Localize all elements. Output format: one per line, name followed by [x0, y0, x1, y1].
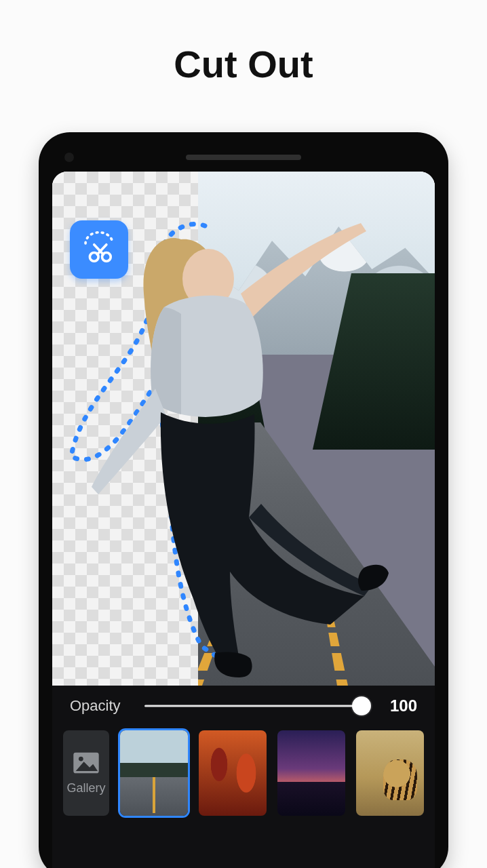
background-thumb-canyon[interactable]	[199, 730, 267, 816]
opacity-slider-thumb[interactable]	[352, 696, 371, 715]
opacity-slider[interactable]	[144, 694, 368, 718]
app-screen: Opacity 100 Gallery	[52, 172, 435, 868]
phone-camera	[64, 153, 74, 162]
background-thumb-road[interactable]	[120, 730, 188, 816]
background-thumbnails-row: Gallery	[52, 721, 435, 816]
opacity-row: Opacity 100	[52, 686, 435, 721]
svg-point-4	[79, 756, 83, 761]
background-photo	[198, 172, 435, 686]
editor-canvas[interactable]	[52, 172, 435, 686]
cutout-tool-button[interactable]	[70, 220, 128, 279]
image-icon	[72, 751, 100, 774]
phone-speaker	[186, 155, 301, 160]
background-thumb-sunset[interactable]	[277, 730, 345, 816]
gallery-label: Gallery	[66, 781, 105, 795]
gallery-button[interactable]: Gallery	[63, 730, 109, 816]
opacity-value: 100	[381, 696, 417, 715]
opacity-label: Opacity	[70, 697, 132, 715]
phone-frame: Opacity 100 Gallery	[39, 132, 448, 868]
page-title: Cut Out	[0, 0, 487, 86]
scissors-lasso-icon	[79, 230, 119, 269]
opacity-slider-track	[144, 705, 368, 707]
background-thumb-tiger[interactable]	[356, 730, 424, 816]
